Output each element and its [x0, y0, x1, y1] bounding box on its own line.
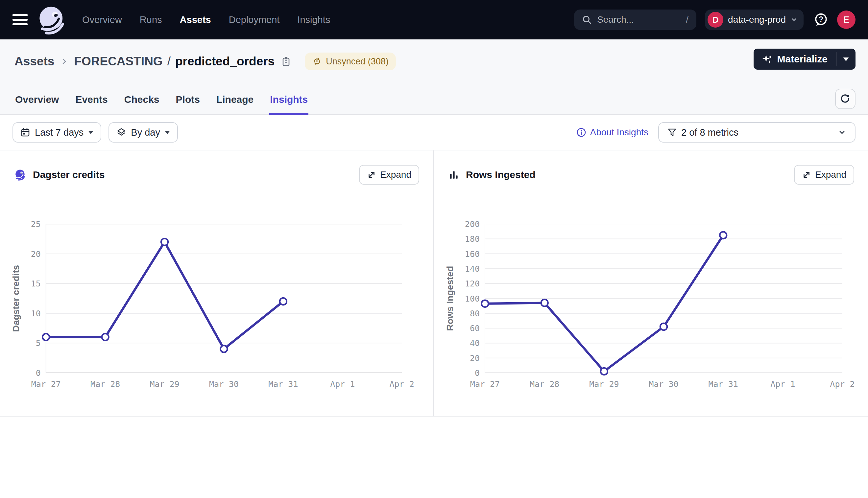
svg-text:20: 20 — [31, 249, 41, 259]
breadcrumb-assets-link[interactable]: Assets — [14, 54, 54, 68]
unsynced-status-badge[interactable]: Unsynced (308) — [305, 53, 396, 70]
materialize-label: Materialize — [777, 54, 828, 65]
tab-events[interactable]: Events — [75, 89, 108, 115]
svg-text:140: 140 — [465, 264, 480, 274]
expand-button[interactable]: Expand — [359, 165, 419, 185]
date-range-label: Last 7 days — [35, 127, 84, 138]
dagster-credits-card: Dagster credits Expand 0510152025Mar 27M… — [0, 150, 434, 416]
rows-ingested-card: Rows Ingested Expand 0204060801001201401… — [434, 150, 868, 416]
svg-text:40: 40 — [470, 338, 480, 348]
tab-checks[interactable]: Checks — [124, 89, 160, 115]
svg-text:Mar 30: Mar 30 — [649, 379, 678, 389]
rows-ingested-chart[interactable]: 020406080100120140160180200Mar 27Mar 28M… — [434, 194, 868, 397]
search-box[interactable]: / — [574, 10, 697, 30]
expand-icon — [802, 170, 811, 179]
asset-tabs: Overview Events Checks Plots Lineage Ins… — [0, 89, 868, 114]
materialize-button[interactable]: Materialize — [754, 49, 836, 70]
unsynced-status-label: Unsynced (308) — [326, 56, 388, 67]
svg-text:100: 100 — [465, 294, 480, 303]
layers-icon — [116, 128, 126, 137]
materialize-split-button: Materialize — [754, 49, 855, 70]
breadcrumb: Assets FORECASTING / predicted_orders Un… — [0, 39, 868, 70]
funnel-icon — [667, 128, 677, 137]
nav-item-runs[interactable]: Runs — [140, 14, 162, 25]
svg-text:200: 200 — [465, 220, 480, 229]
about-insights-link[interactable]: About Insights — [576, 127, 648, 137]
granularity-button[interactable]: By day — [108, 122, 178, 143]
svg-text:Apr 1: Apr 1 — [330, 379, 355, 389]
chevron-down-icon — [790, 16, 797, 23]
insights-filter-bar: Last 7 days By day About Insights 2 of 8… — [0, 115, 868, 150]
svg-text:Mar 31: Mar 31 — [709, 379, 738, 389]
deployment-badge: D — [707, 12, 723, 28]
svg-text:Mar 28: Mar 28 — [90, 379, 120, 389]
about-insights-label: About Insights — [590, 127, 648, 137]
svg-text:80: 80 — [470, 309, 480, 318]
deployment-switcher[interactable]: D data-eng-prod — [705, 10, 804, 30]
svg-text:160: 160 — [465, 249, 480, 259]
svg-text:10: 10 — [31, 309, 41, 318]
asset-name: predicted_orders — [175, 54, 275, 68]
metrics-filter-select[interactable]: 2 of 8 metrics — [658, 122, 855, 143]
insights-charts: Dagster credits Expand 0510152025Mar 27M… — [0, 150, 868, 417]
sync-alert-icon — [312, 56, 322, 66]
svg-text:Mar 29: Mar 29 — [589, 379, 619, 389]
svg-text:Apr 2: Apr 2 — [830, 379, 855, 389]
copy-icon[interactable] — [280, 56, 292, 67]
svg-text:120: 120 — [465, 279, 480, 288]
refresh-icon — [840, 93, 851, 104]
svg-text:Mar 27: Mar 27 — [31, 379, 61, 389]
info-icon — [576, 128, 586, 137]
breadcrumb-group-link[interactable]: FORECASTING — [74, 54, 163, 68]
dagster-credits-chart[interactable]: 0510152025Mar 27Mar 28Mar 29Mar 30Mar 31… — [0, 194, 433, 397]
svg-text:Dagster credits: Dagster credits — [11, 265, 21, 332]
calendar-icon — [21, 128, 30, 137]
nav-item-assets[interactable]: Assets — [180, 14, 211, 25]
svg-text:Mar 31: Mar 31 — [268, 379, 298, 389]
expand-label: Expand — [380, 170, 411, 180]
svg-text:60: 60 — [470, 324, 480, 333]
top-nav: Overview Runs Assets Deployment Insights… — [0, 0, 868, 39]
svg-text:0: 0 — [475, 368, 480, 378]
dagster-icon — [14, 169, 26, 181]
dagster-logo-icon[interactable] — [37, 4, 67, 35]
breadcrumb-separator: / — [167, 54, 171, 68]
svg-text:5: 5 — [36, 338, 41, 348]
expand-button[interactable]: Expand — [794, 165, 854, 185]
expand-label: Expand — [815, 170, 846, 180]
materialize-dropdown-button[interactable] — [837, 49, 855, 70]
svg-text:25: 25 — [31, 220, 41, 229]
nav-item-deployment[interactable]: Deployment — [229, 14, 280, 25]
tab-lineage[interactable]: Lineage — [216, 89, 254, 115]
caret-down-icon — [843, 57, 849, 61]
user-avatar[interactable]: E — [837, 11, 855, 29]
date-range-button[interactable]: Last 7 days — [13, 122, 101, 143]
svg-text:180: 180 — [465, 234, 480, 244]
tab-insights[interactable]: Insights — [269, 89, 308, 115]
search-input[interactable] — [597, 14, 680, 25]
svg-text:Apr 2: Apr 2 — [390, 379, 414, 389]
svg-text:Mar 29: Mar 29 — [150, 379, 179, 389]
help-icon[interactable]: ? — [814, 12, 829, 27]
chevron-down-icon — [838, 128, 846, 137]
search-shortcut-hint: / — [686, 14, 689, 25]
hamburger-menu-icon[interactable] — [13, 14, 28, 25]
metrics-filter-label: 2 of 8 metrics — [681, 127, 833, 138]
expand-icon — [367, 170, 376, 179]
tab-plots[interactable]: Plots — [175, 89, 201, 115]
tab-overview[interactable]: Overview — [14, 89, 60, 115]
svg-text:Mar 27: Mar 27 — [470, 379, 500, 389]
chart-title: Dagster credits — [33, 169, 104, 180]
bar-chart-icon — [448, 169, 459, 180]
chevron-right-icon — [60, 57, 68, 65]
chart-title: Rows Ingested — [466, 169, 536, 180]
primary-nav: Overview Runs Assets Deployment Insights — [82, 14, 330, 25]
granularity-label: By day — [131, 127, 160, 138]
sparkles-icon — [762, 54, 773, 64]
nav-item-overview[interactable]: Overview — [82, 14, 122, 25]
svg-text:15: 15 — [31, 279, 41, 288]
svg-text:20: 20 — [470, 353, 480, 363]
nav-item-insights[interactable]: Insights — [297, 14, 330, 25]
refresh-button[interactable] — [835, 89, 855, 109]
svg-text:Apr 1: Apr 1 — [770, 379, 795, 389]
